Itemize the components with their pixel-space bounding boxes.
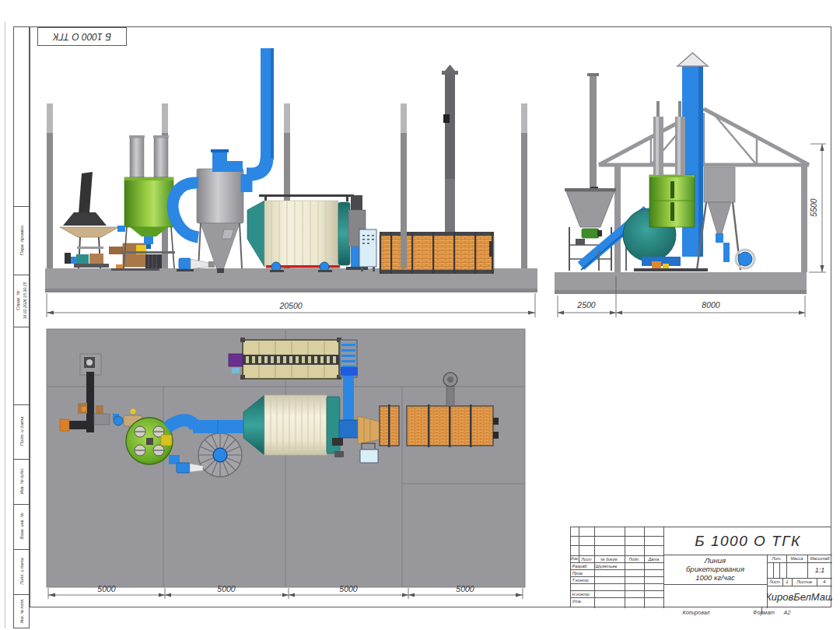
support-column-front [401,103,407,268]
tb-line [779,562,780,578]
press-screw-machine [109,243,162,271]
tb-sheets-label: Листов [792,578,817,586]
margin-label-vzam-inv: Взам. инв. № [18,504,25,549]
margin-label-podp-data-1: Подп. и дата [18,404,25,459]
tb-sheet-value: 1 [782,578,792,586]
tb-line [571,545,663,546]
cyclone-plan [198,433,242,477]
furnace-chimney [442,65,458,232]
tb-header-doc: № докум. [594,555,625,562]
tb-sheet-label: Лист [767,578,782,586]
cyclone-separator [197,169,243,273]
footer-kopiroval: Копировал [665,609,727,616]
dim-label-5000-4: 5000 [456,584,474,593]
tb-header-lit: Лит. [767,555,786,562]
margin-label-inv-podl: Инв. № подл. [18,594,25,628]
dim-label-5000-2: 5000 [217,584,236,593]
dim-label-5500: 5500 [809,198,818,217]
drawing-sheet: Б 1000 О ТГК Перв. примен. Справ. № 16.0… [0,0,840,630]
tb-sheets-value: 4 [817,578,832,586]
dim-label-8000: 8000 [702,300,720,310]
margin-label-podp-data-2: Подп. и дата [18,549,25,594]
side-elevation-view: 20500 [43,43,544,323]
tb-line [663,584,767,585]
margin-divider [13,327,30,327]
tb-header-list: Лист [579,555,594,562]
paper-edge-line [5,22,5,628]
margin-print-timestamp: 16.01.2026 15:30:15 [22,275,29,327]
footer-format-label: Формат [748,609,779,616]
cyclone-separator [697,167,740,270]
tb-line [644,527,645,608]
tb-header-massa: Масса [786,555,807,562]
tb-row-tkontr: Т.контр. [571,576,596,583]
tb-line [773,562,774,578]
furnace-plan [380,404,499,447]
dim-label-5000-3: 5000 [339,584,358,593]
tb-product-line3: 1000 кг/час [663,574,767,583]
tb-razrab-name: Шулятьев [594,562,626,569]
tb-scale-value: 1:1 [807,562,832,578]
dim-label-20500: 20500 [278,301,302,310]
tb-header-izm: Изм. [571,555,579,562]
dim-label-5000-1: 5000 [97,584,116,593]
tb-header-masshtab: Масштаб [807,555,832,562]
dim-label-2500: 2500 [576,300,596,310]
ground-foundation-edge [555,290,807,294]
tb-row-razrab: Разраб. [571,562,596,569]
margin-label-sprav-no: Справ. № [15,275,22,327]
brick-furnace [380,232,494,274]
tb-product-line2: брикетирования [663,565,767,574]
control-cabinet [359,229,376,271]
tb-row-nkontr: Н.контр. [571,590,596,597]
plan-view: 5000 5000 5000 5000 [43,323,541,603]
ground-foundation-edge [45,289,537,292]
title-block: Изм. Лист № докум. Подп. Дата Разраб. Шу… [570,527,831,607]
margin-label-perv-primen: Перв. примен. [18,206,25,275]
tb-header-podp: Подп. [625,555,644,562]
rotary-dryer-drum [247,194,368,272]
ground-foundation [555,272,807,290]
tb-row-prov: Пров. [571,569,596,576]
tb-designation: Б 1000 О ТГК [663,527,832,555]
tb-row-utv: Утв. [571,597,596,604]
tb-company: КировБелМаш [767,586,832,608]
tb-product-name: Линия брикетирования 1000 кг/час [663,557,767,583]
margin-label-inv-dubl: Инв. № дубл. [18,459,25,504]
tb-header-data: Дата [644,555,663,562]
tb-line [571,536,663,537]
footer-format-value: А2 [779,609,795,616]
end-elevation-view: 2500 8000 5500 [544,43,832,323]
belt-conveyor-plan [229,338,358,380]
tb-line [571,583,663,584]
dimension-chain-5000 [48,588,523,599]
